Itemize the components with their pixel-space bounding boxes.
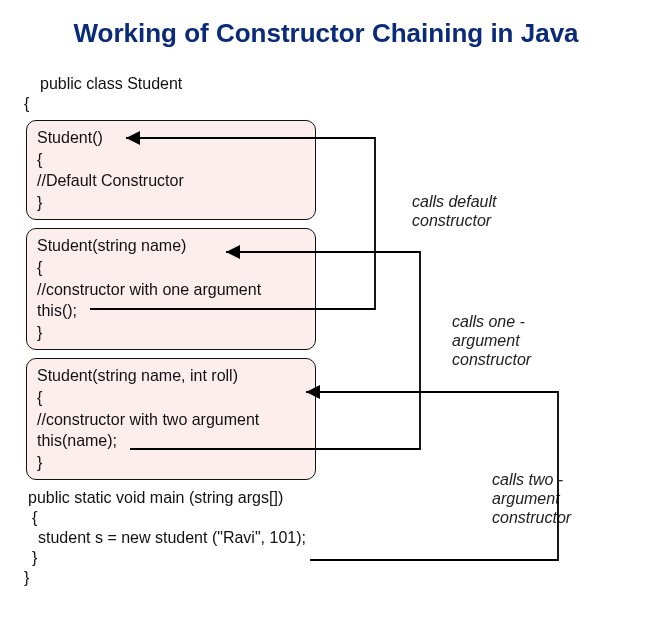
ctor1-open: {	[37, 257, 305, 279]
label-two-arg-constructor: calls two - argument constructor	[492, 470, 571, 528]
label-line: argument	[452, 332, 520, 349]
label-line: argument	[492, 490, 560, 507]
ctor0-open: {	[37, 149, 305, 171]
ctor2-this-call: this(name);	[37, 430, 305, 452]
ctor0-signature: Student()	[37, 127, 305, 149]
main-new-call: student s = new student ("Ravi", 101);	[20, 528, 630, 548]
ctor0-comment: //Default Constructor	[37, 170, 305, 192]
ctor1-comment: //constructor with one argument	[37, 279, 305, 301]
label-line: constructor	[492, 509, 571, 526]
ctor2-close: }	[37, 452, 305, 474]
ctor1-signature: Student(string name)	[37, 235, 305, 257]
label-line: constructor	[412, 212, 491, 229]
ctor2-comment: //constructor with two argument	[37, 409, 305, 431]
ctor1-this-call: this();	[37, 300, 305, 322]
constructor-box-one-arg: Student(string name) { //constructor wit…	[26, 228, 316, 350]
ctor2-open: {	[37, 387, 305, 409]
constructor-box-two-arg: Student(string name, int roll) { //const…	[26, 358, 316, 480]
diagram-title: Working of Constructor Chaining in Java	[0, 0, 652, 55]
label-default-constructor: calls default constructor	[412, 192, 497, 230]
ctor0-close: }	[37, 192, 305, 214]
class-declaration: public class Student	[20, 74, 630, 94]
constructor-box-default: Student() { //Default Constructor }	[26, 120, 316, 220]
class-close-brace: }	[20, 568, 630, 588]
label-line: calls two -	[492, 471, 563, 488]
label-one-arg-constructor: calls one - argument constructor	[452, 312, 531, 370]
label-line: constructor	[452, 351, 531, 368]
class-open-brace: {	[20, 94, 630, 114]
ctor1-close: }	[37, 322, 305, 344]
label-line: calls default	[412, 193, 497, 210]
label-line: calls one -	[452, 313, 525, 330]
main-close: }	[20, 548, 630, 568]
ctor2-signature: Student(string name, int roll)	[37, 365, 305, 387]
